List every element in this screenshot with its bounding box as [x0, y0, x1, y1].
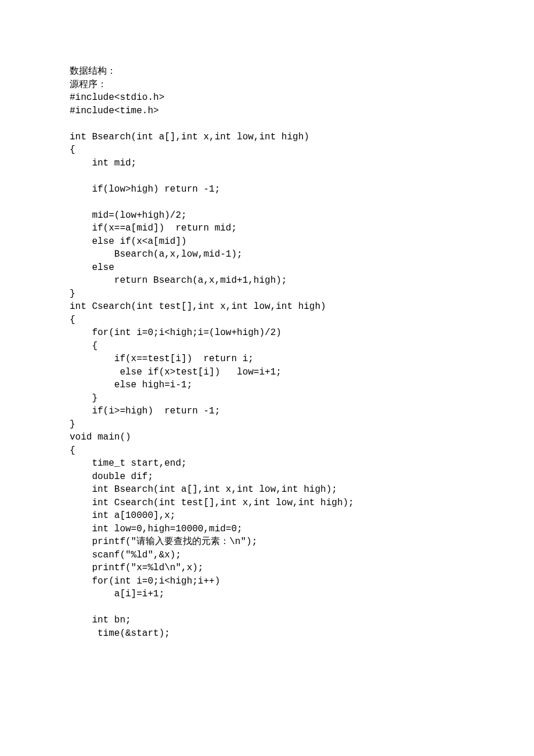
- code-line: void main(): [70, 431, 464, 444]
- code-line: scanf("%ld",&x);: [70, 549, 464, 562]
- code-line: if(x==a[mid]) return mid;: [70, 222, 464, 235]
- code-line: [70, 170, 464, 183]
- code-line: time(&start);: [70, 627, 464, 640]
- code-line: }: [70, 418, 464, 431]
- code-line: }: [70, 287, 464, 301]
- code-line: {: [70, 444, 464, 458]
- code-line: {: [70, 314, 464, 327]
- code-line: else high=i-1;: [70, 379, 464, 392]
- code-line: }: [70, 392, 464, 405]
- code-line: return Bsearch(a,x,mid+1,high);: [70, 274, 464, 287]
- code-line: #include<time.h>: [70, 105, 464, 118]
- code-line: Bsearch(a,x,low,mid-1);: [70, 248, 464, 261]
- code-line: int Bsearch(int a[],int x,int low,int hi…: [70, 483, 464, 496]
- code-line: int a[10000],x;: [70, 509, 464, 523]
- code-line: {: [70, 143, 464, 157]
- code-line: int bn;: [70, 614, 464, 627]
- code-line: mid=(low+high)/2;: [70, 209, 464, 222]
- code-line: printf("请输入要查找的元素：\n");: [70, 535, 464, 549]
- document-page: 数据结构：源程序：#include<stdio.h>#include<time.…: [0, 0, 534, 756]
- code-line: [70, 601, 464, 614]
- code-line: int Bsearch(int a[],int x,int low,int hi…: [70, 131, 464, 144]
- code-line: int low=0,high=10000,mid=0;: [70, 523, 464, 536]
- code-line: 数据结构：: [70, 65, 464, 78]
- code-line: int mid;: [70, 157, 464, 170]
- code-line: [70, 117, 464, 131]
- code-line: [70, 196, 464, 209]
- code-line: int Csearch(int test[],int x,int low,int…: [70, 300, 464, 314]
- code-line: else if(x<a[mid]): [70, 235, 464, 249]
- code-line: double dif;: [70, 470, 464, 484]
- code-line: for(int i=0;i<high;i=(low+high)/2): [70, 326, 464, 340]
- code-line: #include<stdio.h>: [70, 91, 464, 105]
- code-line: if(i>=high) return -1;: [70, 405, 464, 418]
- code-line: if(x==test[i]) return i;: [70, 352, 464, 366]
- code-line: printf("x=%ld\n",x);: [70, 561, 464, 575]
- code-line: a[i]=i+1;: [70, 588, 464, 601]
- code-line: if(low>high) return -1;: [70, 183, 464, 196]
- code-line: {: [70, 340, 464, 353]
- code-line: time_t start,end;: [70, 457, 464, 470]
- code-line: int Csearch(int test[],int x,int low,int…: [70, 496, 464, 510]
- code-line: 源程序：: [70, 78, 464, 92]
- code-line: for(int i=0;i<high;i++): [70, 575, 464, 588]
- code-line: else: [70, 261, 464, 275]
- code-line: else if(x>test[i]) low=i+1;: [70, 366, 464, 379]
